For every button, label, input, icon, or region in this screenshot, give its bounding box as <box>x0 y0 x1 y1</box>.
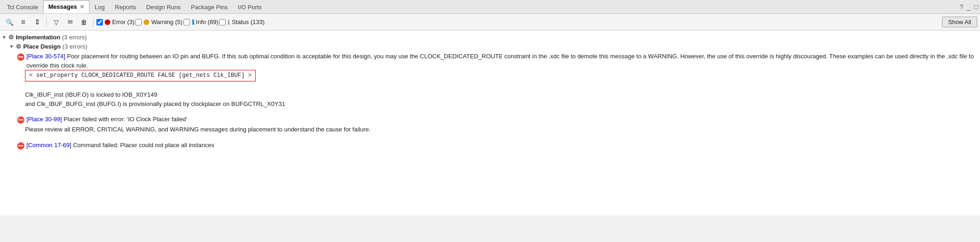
tab-reports-label: Reports <box>115 4 136 11</box>
show-all-label: Show All <box>948 19 971 25</box>
warning-filter[interactable]: Warning (5) <box>135 19 182 25</box>
error-filter-label: Error (3) <box>112 19 134 25</box>
tab-bar-right-icons: ? _ □ <box>960 3 978 11</box>
status-filter-label: Status (133) <box>232 19 265 25</box>
place-design-label: Place Design <box>23 43 61 50</box>
status-checkbox[interactable] <box>219 19 226 25</box>
message-1-extra-blank <box>25 81 978 91</box>
message-2: ⛔ [Place 30-99] Placer failed with error… <box>0 114 980 135</box>
message-3: ⛔ [Common 17-69] Command failed: Placer … <box>0 140 980 152</box>
message-1-extra-2: and Clk_IBUF_BUFG_inst (BUFG.I) is provi… <box>25 99 978 109</box>
maximize-icon[interactable]: □ <box>974 3 978 11</box>
spacer-1 <box>0 109 980 114</box>
search-icon: 🔍 <box>6 19 13 26</box>
collapse-all-icon: ≡ <box>21 18 25 26</box>
messages-area: ▼ ⚙ Implementation (3 errors) ▼ ⚙ Place … <box>0 31 980 216</box>
toolbar: 🔍 ≡ ⇕ ▽ ✉ 🗑 Error (3) Warning (5) ℹ Info… <box>0 14 980 31</box>
message-1-body: Poor placement for routing between an IO… <box>26 53 974 69</box>
warning-checkbox[interactable] <box>135 19 142 25</box>
help-icon[interactable]: ? <box>960 3 963 11</box>
warning-filter-label: Warning (5) <box>151 19 182 25</box>
implementation-row[interactable]: ▼ ⚙ Implementation (3 errors) <box>0 32 980 42</box>
message-1-line: ⛔ [Place 30-574] Poor placement for rout… <box>17 52 978 70</box>
info-filter[interactable]: ℹ Info (89) <box>183 19 218 26</box>
tab-tcl-console-label: Tcl Console <box>7 4 38 11</box>
delete-button[interactable]: 🗑 <box>77 16 90 28</box>
message-button[interactable]: ✉ <box>63 16 76 28</box>
message-3-line: ⛔ [Common 17-69] Command failed: Placer … <box>17 141 978 151</box>
tab-messages[interactable]: Messages ✕ <box>43 0 89 13</box>
tab-messages-label: Messages <box>48 3 77 10</box>
tab-bar: Tcl Console Messages ✕ Log Reports Desig… <box>0 0 980 14</box>
error-checkbox[interactable] <box>96 19 103 25</box>
tab-reports[interactable]: Reports <box>110 0 141 13</box>
message-2-line: ⛔ [Place 30-99] Placer failed with error… <box>17 115 978 125</box>
message-2-body: Placer failed with error: 'IO Clock Plac… <box>63 116 187 123</box>
spacer-2 <box>0 135 980 140</box>
implementation-label: Implementation <box>16 34 60 41</box>
error-dot <box>105 19 110 25</box>
tab-package-pins-label: Package Pins <box>191 4 228 11</box>
expand-all-button[interactable]: ⇕ <box>31 16 44 28</box>
toolbar-separator-1 <box>46 18 47 27</box>
tab-io-ports-label: I/O Ports <box>238 4 262 11</box>
implementation-chevron[interactable]: ▼ <box>2 35 6 40</box>
message-1-link[interactable]: [Place 30-574] <box>26 53 65 60</box>
delete-icon: 🗑 <box>81 19 87 26</box>
message-2-error-icon: ⛔ <box>17 115 25 125</box>
filter-icon: ▽ <box>54 19 59 26</box>
status-filter[interactable]: ℹ Status (133) <box>219 19 265 26</box>
filter-button[interactable]: ▽ <box>50 16 63 28</box>
tab-tcl-console[interactable]: Tcl Console <box>2 0 43 13</box>
tab-design-runs-label: Design Runs <box>146 4 181 11</box>
warning-dot <box>144 19 149 25</box>
tab-package-pins[interactable]: Package Pins <box>186 0 233 13</box>
expand-all-icon: ⇕ <box>34 18 40 26</box>
message-1: ⛔ [Place 30-574] Poor placement for rout… <box>0 51 980 109</box>
place-design-row[interactable]: ▼ ⚙ Place Design (3 errors) <box>0 42 980 51</box>
message-icon: ✉ <box>68 19 73 25</box>
info-icon: ℹ <box>192 19 194 26</box>
message-3-text: [Common 17-69] Command failed: Placer co… <box>26 141 978 150</box>
message-2-extra-1: Please review all ERROR, CRITICAL WARNIN… <box>25 125 978 134</box>
collapse-all-button[interactable]: ≡ <box>17 16 30 28</box>
error-filter[interactable]: Error (3) <box>96 19 134 25</box>
status-icon: ℹ <box>228 19 230 26</box>
implementation-gear-icon: ⚙ <box>8 34 14 41</box>
tab-log[interactable]: Log <box>89 0 110 13</box>
place-design-suffix: (3 errors) <box>63 43 87 50</box>
info-filter-label: Info (89) <box>196 19 218 25</box>
message-1-extra-1: Clk_IBUF_inst (IBUF.O) is locked to IOB_… <box>25 90 978 99</box>
message-3-link[interactable]: [Common 17-69] <box>26 142 71 149</box>
tab-io-ports[interactable]: I/O Ports <box>233 0 267 13</box>
place-design-icon: ⚙ <box>16 43 21 50</box>
place-design-chevron[interactable]: ▼ <box>9 44 14 49</box>
search-button[interactable]: 🔍 <box>3 16 16 28</box>
message-1-text: [Place 30-574] Poor placement for routin… <box>26 52 978 70</box>
message-1-code: < set_property CLOCK_DEDICATED_ROUTE FAL… <box>25 70 256 81</box>
tab-messages-close[interactable]: ✕ <box>80 4 84 10</box>
info-checkbox[interactable] <box>183 19 190 25</box>
toolbar-separator-2 <box>93 18 94 27</box>
tab-log-label: Log <box>95 4 105 11</box>
show-all-button[interactable]: Show All <box>942 17 977 27</box>
minimize-icon[interactable]: _ <box>967 3 971 11</box>
message-1-error-icon: ⛔ <box>17 52 25 62</box>
message-3-error-icon: ⛔ <box>17 141 25 151</box>
tab-design-runs[interactable]: Design Runs <box>141 0 186 13</box>
message-2-text: [Place 30-99] Placer failed with error: … <box>26 115 978 124</box>
message-2-link[interactable]: [Place 30-99] <box>26 116 62 123</box>
implementation-suffix: (3 errors) <box>62 34 87 41</box>
message-3-body: Command failed: Placer could not place a… <box>73 142 214 149</box>
